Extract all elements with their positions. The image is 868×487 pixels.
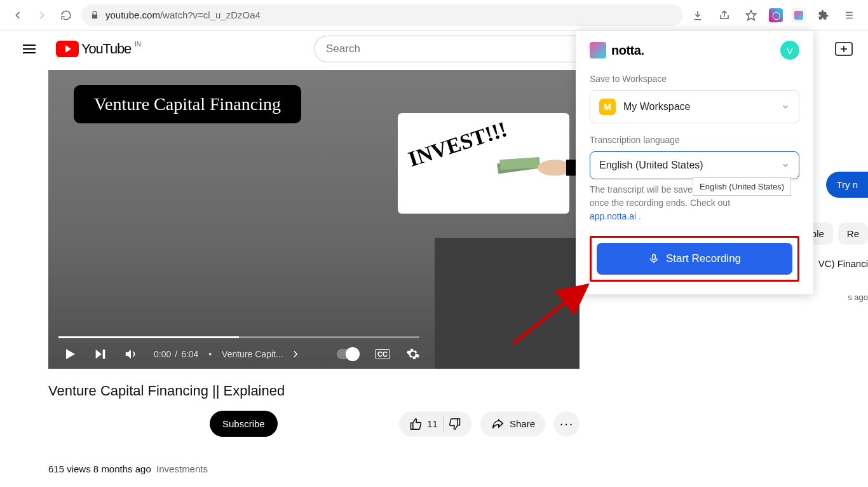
notta-logo[interactable]: notta. bbox=[590, 42, 644, 58]
like-dislike-pill: 11 bbox=[399, 411, 471, 437]
notta-logo-text: notta. bbox=[611, 43, 644, 58]
extensions-puzzle-icon[interactable] bbox=[815, 6, 832, 24]
play-button[interactable] bbox=[62, 346, 78, 362]
workspace-label: Save to Workspace bbox=[590, 74, 799, 84]
settings-gear-icon[interactable] bbox=[405, 346, 421, 362]
nav-reload-button[interactable] bbox=[57, 6, 75, 24]
notta-app-link[interactable]: app.notta.ai bbox=[590, 211, 636, 221]
player-overlay-dark bbox=[435, 238, 580, 369]
nav-forward-button[interactable] bbox=[33, 6, 51, 24]
svg-rect-6 bbox=[653, 254, 656, 259]
next-button[interactable] bbox=[93, 346, 108, 362]
annotation-red-box: Start Recording bbox=[590, 236, 799, 282]
chevron-down-icon bbox=[781, 102, 790, 111]
youtube-logo-text: YouTube bbox=[81, 41, 131, 57]
thumbs-up-icon bbox=[409, 418, 422, 430]
recommendation-time: s ago bbox=[848, 292, 868, 302]
like-count: 11 bbox=[427, 418, 438, 429]
autoplay-toggle[interactable] bbox=[337, 349, 360, 359]
pill-divider bbox=[443, 416, 444, 432]
video-description[interactable]: 615 views 8 months ago Investments bbox=[48, 456, 580, 482]
volume-button[interactable] bbox=[123, 346, 139, 362]
language-value: English (United States) bbox=[599, 160, 703, 171]
player-controls: 0:00 / 6:04 • Venture Capit... CC bbox=[48, 340, 435, 369]
microphone-icon bbox=[648, 253, 660, 264]
language-tooltip: English (United States) bbox=[693, 177, 791, 196]
more-actions-button[interactable]: ··· bbox=[554, 411, 580, 437]
browser-toolbar: youtube.com/watch?v=cl_u_zDzOa4 ◯ bbox=[0, 0, 868, 31]
video-meta-row: Subscribe 11 Share ··· bbox=[48, 411, 580, 437]
user-avatar[interactable]: V bbox=[780, 41, 799, 60]
workspace-value: My Workspace bbox=[623, 101, 691, 113]
video-player[interactable]: Venture Capital Financing INVEST!!! bbox=[48, 70, 580, 369]
recommendation-title[interactable]: VC) Financi bbox=[818, 258, 868, 269]
share-icon[interactable] bbox=[715, 6, 733, 24]
download-icon[interactable] bbox=[689, 6, 707, 24]
notta-extension-popup: notta. V Save to Workspace M My Workspac… bbox=[576, 31, 813, 294]
money-hand-icon bbox=[493, 155, 582, 178]
extension-notta-icon[interactable] bbox=[792, 8, 806, 22]
customize-toolbar-icon[interactable] bbox=[841, 6, 859, 24]
bookmark-star-icon[interactable] bbox=[742, 6, 760, 24]
lock-icon bbox=[90, 11, 99, 20]
progress-bar[interactable] bbox=[58, 336, 419, 338]
like-button[interactable]: 11 bbox=[409, 418, 438, 430]
create-video-button[interactable] bbox=[831, 36, 857, 62]
menu-button[interactable] bbox=[17, 36, 42, 62]
share-arrow-icon bbox=[491, 417, 505, 431]
video-title: Venture Capital Financing || Explained bbox=[48, 383, 580, 399]
language-select[interactable]: English (United States) English (United … bbox=[590, 151, 799, 179]
workspace-select[interactable]: M My Workspace bbox=[590, 90, 799, 123]
chevron-right-icon[interactable] bbox=[290, 348, 301, 360]
video-overlay-card: INVEST!!! bbox=[398, 113, 569, 214]
thumbs-down-icon bbox=[449, 418, 461, 430]
workspace-badge-icon: M bbox=[599, 99, 616, 115]
region-code: IN bbox=[135, 41, 141, 48]
subscribe-button[interactable]: Subscribe bbox=[210, 411, 278, 437]
extension-colorful-icon[interactable]: ◯ bbox=[769, 8, 783, 22]
captions-button[interactable]: CC bbox=[375, 349, 390, 359]
share-button[interactable]: Share bbox=[480, 411, 545, 437]
svg-marker-0 bbox=[747, 10, 756, 20]
url-text: youtube.com/watch?v=cl_u_zDzOa4 bbox=[105, 10, 261, 20]
youtube-logo[interactable]: YouTube IN bbox=[56, 41, 140, 57]
nav-back-button[interactable] bbox=[9, 6, 27, 24]
player-time: 0:00 / 6:04 • Venture Capit... bbox=[154, 348, 301, 360]
chevron-down-icon bbox=[781, 161, 790, 170]
dislike-button[interactable] bbox=[449, 418, 461, 430]
start-recording-button[interactable]: Start Recording bbox=[597, 243, 792, 275]
address-bar[interactable]: youtube.com/watch?v=cl_u_zDzOa4 bbox=[81, 4, 682, 26]
try-now-button[interactable]: Try n bbox=[826, 172, 868, 198]
filter-chip[interactable]: Re bbox=[838, 223, 868, 245]
notta-mark-icon bbox=[590, 42, 606, 58]
youtube-play-icon bbox=[56, 41, 79, 57]
language-label: Transcription language bbox=[590, 135, 799, 145]
video-overlay-title: Venture Capital Financing bbox=[74, 85, 301, 123]
